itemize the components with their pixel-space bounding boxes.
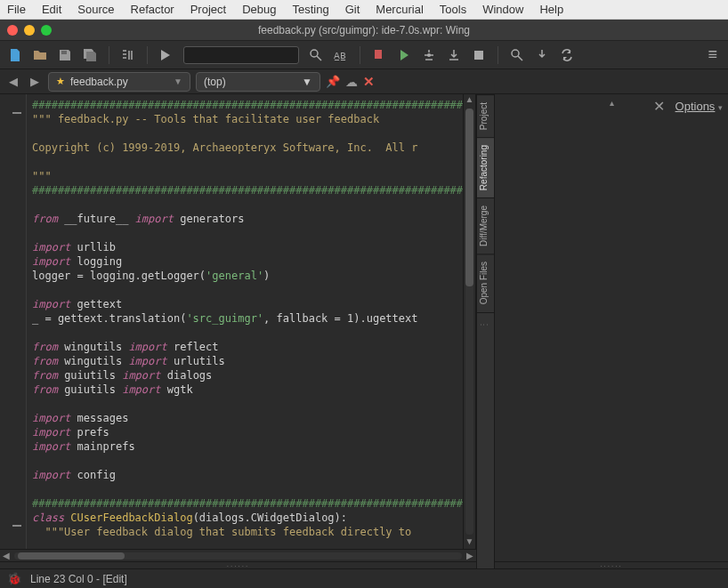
svg-text:A̲B̲: A̲B̲: [334, 51, 346, 60]
window-close-button[interactable]: [7, 25, 18, 36]
svg-rect-5: [474, 51, 483, 60]
bug-icon[interactable]: 🐞: [7, 572, 21, 585]
new-file-icon[interactable]: [7, 47, 23, 63]
menu-window[interactable]: Window: [482, 3, 523, 16]
status-text: Line 23 Col 0 - [Edit]: [30, 573, 127, 585]
menu-source[interactable]: Source: [77, 3, 114, 16]
status-bar: 🐞 Line 23 Col 0 - [Edit]: [0, 568, 728, 588]
menu-git[interactable]: Git: [345, 3, 360, 16]
save-all-icon[interactable]: [82, 47, 98, 63]
debug-icon[interactable]: [421, 47, 437, 63]
menu-project[interactable]: Project: [190, 3, 226, 16]
breakpoint-icon[interactable]: [371, 47, 387, 63]
scroll-thumb[interactable]: [18, 552, 125, 560]
zoom-icon[interactable]: [509, 47, 525, 63]
vtab-project[interactable]: Project: [477, 94, 494, 137]
search-input[interactable]: [183, 46, 299, 64]
vtab-open-files[interactable]: Open Files: [477, 254, 494, 311]
split-drag-handle[interactable]: ······: [0, 561, 476, 568]
scroll-left-icon[interactable]: ◀: [0, 551, 12, 560]
macos-menubar: File Edit Source Refactor Project Debug …: [0, 0, 728, 20]
traffic-lights: [7, 25, 52, 36]
menu-mercurial[interactable]: Mercurial: [376, 3, 423, 16]
indent-icon[interactable]: [120, 47, 136, 63]
menu-refactor[interactable]: Refactor: [131, 3, 174, 16]
vtab-more-icon[interactable]: ⋮: [477, 312, 494, 336]
tab-filename: feedback.py: [70, 76, 128, 88]
menu-testing[interactable]: Testing: [292, 3, 328, 16]
side-vertical-tabs: Project Refactoring Diff/Merge Open File…: [477, 94, 495, 568]
menu-file[interactable]: File: [7, 3, 26, 16]
collapse-up-icon[interactable]: ▴: [610, 98, 614, 108]
stop-icon[interactable]: [471, 47, 487, 63]
vtab-refactoring[interactable]: Refactoring: [477, 137, 494, 197]
cloud-icon[interactable]: ☁: [345, 75, 358, 89]
side-panel-content: ▴ ✕ Options ▾ ······: [495, 94, 728, 568]
vertical-scrollbar[interactable]: ▲ ▼: [463, 94, 475, 549]
step-into-icon[interactable]: [446, 47, 462, 63]
svg-point-6: [512, 50, 519, 57]
main-toolbar: A̲B̲ ≡: [0, 41, 728, 69]
chevron-down-icon: ▾: [718, 103, 723, 112]
replace-icon[interactable]: A̲B̲: [333, 47, 349, 63]
editor-tabbar: ◀ ▶ ★ feedback.py ▼ (top) ▼ 📌 ☁ ✕: [0, 69, 728, 94]
scroll-right-icon[interactable]: ▶: [464, 551, 476, 560]
vtab-diff-merge[interactable]: Diff/Merge: [477, 197, 494, 254]
svg-rect-0: [61, 51, 67, 54]
window-titlebar: feedback.py (src/guimgr): ide-7.0s.wpr: …: [0, 20, 728, 41]
nav-forward-icon[interactable]: ▶: [27, 74, 43, 90]
open-folder-icon[interactable]: [32, 47, 48, 63]
svg-rect-3: [375, 50, 382, 59]
nav-back-icon[interactable]: ◀: [5, 74, 21, 90]
hamburger-menu-icon[interactable]: ≡: [704, 45, 721, 64]
menu-tools[interactable]: Tools: [440, 3, 466, 16]
search-icon[interactable]: [308, 47, 324, 63]
code-area[interactable]: ########################################…: [0, 94, 475, 543]
download-icon[interactable]: [534, 47, 550, 63]
options-menu[interactable]: Options ▾: [675, 100, 723, 113]
side-panel: Project Refactoring Diff/Merge Open File…: [476, 94, 728, 568]
main-content-row: ########################################…: [0, 94, 728, 568]
save-icon[interactable]: [57, 47, 73, 63]
star-icon: ★: [56, 76, 65, 87]
horizontal-scrollbar[interactable]: ◀ ▶: [0, 549, 476, 561]
editor-viewport[interactable]: ########################################…: [0, 94, 476, 549]
chevron-down-icon: ▼: [302, 76, 312, 88]
svg-point-4: [427, 53, 431, 57]
chevron-down-icon[interactable]: ▼: [174, 77, 182, 86]
side-close-icon[interactable]: ✕: [653, 98, 665, 115]
window-title: feedback.py (src/guimgr): ide-7.0s.wpr: …: [0, 24, 728, 36]
file-tab[interactable]: ★ feedback.py ▼: [48, 72, 190, 92]
menu-help[interactable]: Help: [539, 3, 563, 16]
window-minimize-button[interactable]: [24, 25, 35, 36]
side-drag-handle[interactable]: ······: [495, 561, 728, 568]
scope-label: (top): [204, 76, 226, 88]
pin-icon[interactable]: 📌: [326, 75, 340, 88]
scroll-up-icon[interactable]: ▲: [464, 94, 475, 107]
menu-debug[interactable]: Debug: [242, 3, 276, 16]
svg-point-1: [311, 50, 318, 57]
menu-edit[interactable]: Edit: [42, 3, 61, 16]
close-tab-icon[interactable]: ✕: [363, 74, 375, 90]
scroll-down-icon[interactable]: ▼: [464, 536, 475, 549]
sync-icon[interactable]: [559, 47, 575, 63]
window-maximize-button[interactable]: [41, 25, 52, 36]
editor-pane: ########################################…: [0, 94, 476, 568]
scroll-thumb[interactable]: [465, 109, 473, 286]
run-icon[interactable]: [396, 47, 412, 63]
goto-icon[interactable]: [158, 47, 174, 63]
scope-selector[interactable]: (top) ▼: [196, 72, 320, 92]
